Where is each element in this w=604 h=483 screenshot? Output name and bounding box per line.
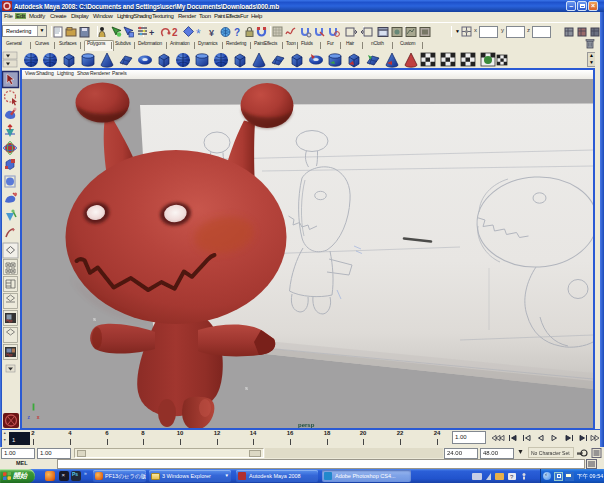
svg-text:s: s [245, 385, 248, 391]
svg-text:s: s [93, 316, 96, 322]
svg-text:2: 2 [172, 27, 178, 38]
svg-text:Hyp: Hyp [6, 353, 12, 357]
svg-text:Hyp: Hyp [6, 319, 12, 323]
svg-text:?: ? [234, 27, 240, 38]
svg-text:¥: ¥ [209, 28, 214, 38]
svg-text:+: + [149, 28, 154, 38]
svg-text:persp: persp [298, 422, 315, 428]
svg-text:z: z [28, 414, 31, 420]
svg-text:*: * [196, 27, 201, 38]
